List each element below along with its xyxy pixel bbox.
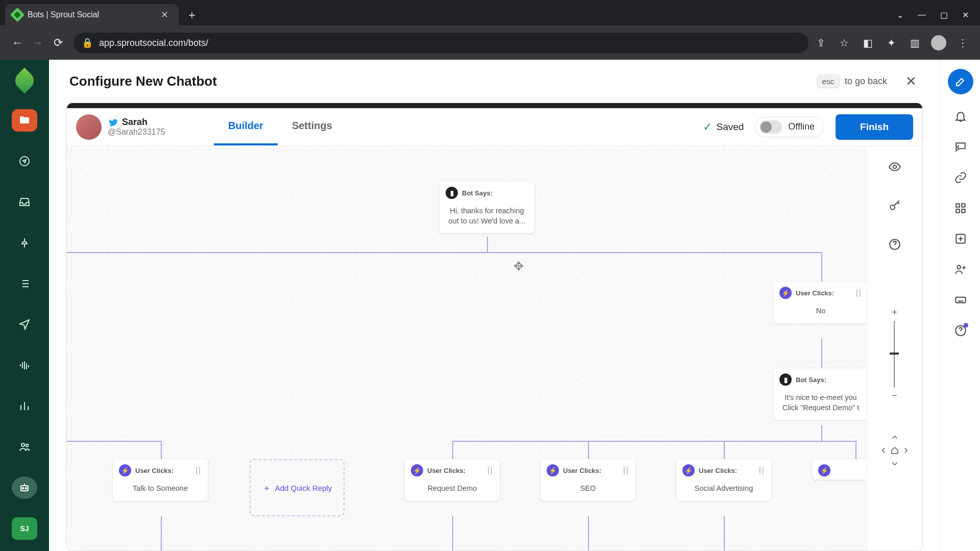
- sidebar-item-list[interactable]: [12, 272, 37, 295]
- sprout-logo[interactable]: [13, 71, 36, 91]
- right-reply[interactable]: [954, 140, 967, 156]
- zoom-thumb[interactable]: [890, 353, 899, 355]
- right-grid[interactable]: [954, 202, 967, 217]
- svg-point-2: [26, 444, 29, 447]
- finish-button[interactable]: Finish: [836, 114, 913, 140]
- puzzle-icon[interactable]: ✦: [884, 36, 898, 50]
- preview-button[interactable]: [888, 160, 901, 176]
- extension-icon[interactable]: ◧: [861, 36, 875, 50]
- toggle-switch[interactable]: [760, 120, 782, 134]
- sprout-favicon: [10, 8, 24, 22]
- node-user-demo[interactable]: ⚡ User Clicks: || Request Demo: [405, 459, 500, 501]
- bot-badge-icon: ▮: [779, 373, 792, 386]
- svg-rect-9: [956, 204, 960, 207]
- back-button[interactable]: ←: [7, 33, 28, 53]
- maximize-icon[interactable]: ▢: [940, 10, 948, 20]
- sidebar-item-chart[interactable]: [12, 395, 37, 417]
- zoom-out-icon[interactable]: −: [892, 390, 897, 401]
- star-icon[interactable]: ☆: [837, 36, 851, 50]
- sidebar-item-bot[interactable]: [12, 477, 37, 499]
- profile-photo: [76, 114, 102, 140]
- sidebar-item-send[interactable]: [12, 313, 37, 336]
- right-add[interactable]: [954, 232, 967, 247]
- people-plus-icon: [954, 263, 967, 276]
- sidebar-item-pin[interactable]: [12, 232, 37, 254]
- connector: [452, 441, 453, 459]
- right-add-people[interactable]: [954, 263, 967, 278]
- key-button[interactable]: [888, 199, 901, 214]
- sidebar-item-inbox[interactable]: [12, 191, 37, 213]
- profile-avatar-icon[interactable]: [931, 35, 946, 51]
- kebab-menu-icon[interactable]: ⋮: [955, 36, 970, 50]
- pan-down-icon[interactable]: [890, 459, 899, 470]
- right-keyboard[interactable]: [954, 293, 967, 309]
- sidebar-item-folder[interactable]: [12, 109, 37, 132]
- connector: [724, 516, 725, 550]
- node-user-talk[interactable]: ⚡ User Clicks: || Talk to Someone: [113, 459, 208, 501]
- connector: [487, 237, 488, 252]
- close-page-button[interactable]: ✕: [902, 70, 920, 92]
- connector: [588, 516, 589, 550]
- right-link[interactable]: [954, 171, 967, 186]
- sidebar-item-audio[interactable]: [12, 354, 37, 377]
- window-close-icon[interactable]: ✕: [962, 10, 969, 20]
- svg-rect-15: [955, 297, 966, 303]
- sidebar-item-people[interactable]: [12, 436, 37, 458]
- tab-close-icon[interactable]: ✕: [158, 8, 172, 21]
- right-bell[interactable]: [954, 110, 967, 125]
- compose-icon: [954, 76, 967, 88]
- caret-down-icon[interactable]: ⌄: [897, 10, 903, 20]
- zoom-track[interactable]: [894, 321, 895, 387]
- pan-up-icon[interactable]: [890, 433, 899, 444]
- zoom-slider[interactable]: + −: [892, 307, 897, 401]
- sidebar-item-compass[interactable]: [12, 150, 37, 172]
- svg-point-0: [20, 157, 29, 166]
- pan-right-icon[interactable]: [901, 446, 911, 457]
- connector: [588, 441, 589, 459]
- node-bot-followup[interactable]: ▮ Bot Says: It's nice to e-meet you Clic…: [773, 368, 868, 420]
- node-user-seo[interactable]: ⚡ User Clicks: || SEO: [541, 459, 635, 501]
- forward-button[interactable]: →: [28, 33, 48, 53]
- sidebar-item-user-badge[interactable]: SJ: [12, 517, 37, 540]
- node-user-no[interactable]: ⚡ User Clicks: || No: [773, 282, 868, 323]
- sidepanel-icon[interactable]: ▥: [908, 36, 922, 50]
- new-tab-button[interactable]: ＋: [183, 6, 201, 24]
- offline-toggle-chip[interactable]: Offline: [755, 117, 824, 137]
- grip-icon[interactable]: ||: [759, 466, 765, 475]
- node-bot-root[interactable]: ▮ Bot Says: Hi, thanks for reaching out …: [439, 182, 534, 233]
- send-icon: [18, 318, 31, 331]
- esc-key-badge: esc: [817, 74, 840, 88]
- profile-handle: @Sarah233175: [108, 128, 165, 137]
- node-add-quick-reply[interactable]: ＋ Add Quick Reply: [250, 459, 345, 516]
- plus-icon: ＋: [262, 482, 271, 494]
- pan-home-icon[interactable]: [890, 446, 899, 457]
- minimize-icon[interactable]: —: [918, 10, 926, 19]
- tab-settings[interactable]: Settings: [278, 108, 347, 145]
- bar-chart-icon: [18, 400, 31, 412]
- browser-tab[interactable]: Bots | Sprout Social ✕: [5, 4, 179, 26]
- grip-icon[interactable]: ||: [623, 466, 629, 475]
- node-body: Request Demo: [405, 480, 500, 501]
- tab-builder[interactable]: Builder: [214, 108, 278, 145]
- builder-canvas[interactable]: ▮ Bot Says: Hi, thanks for reaching out …: [67, 146, 922, 550]
- bot-badge-icon: ▮: [446, 187, 458, 199]
- card-top-strip: [67, 103, 922, 108]
- grip-icon[interactable]: ||: [856, 288, 862, 297]
- grip-icon[interactable]: ||: [195, 466, 202, 475]
- esc-text: to go back: [845, 76, 887, 87]
- zoom-in-icon[interactable]: +: [892, 307, 897, 318]
- node-user-social[interactable]: ⚡ User Clicks: || Social Advertising: [676, 459, 771, 501]
- reload-button[interactable]: ⟳: [48, 33, 68, 53]
- right-help[interactable]: [954, 324, 967, 339]
- node-body: Social Advertising: [676, 480, 771, 501]
- offline-label: Offline: [788, 121, 815, 132]
- share-icon[interactable]: ⇪: [814, 36, 828, 50]
- bot-icon: [18, 482, 31, 494]
- omnibox[interactable]: 🔒 app.sproutsocial.com/bots/: [74, 33, 808, 53]
- help-button[interactable]: [888, 238, 901, 253]
- compose-button[interactable]: [948, 69, 973, 94]
- canvas-tools: + −: [866, 146, 922, 550]
- pan-left-icon[interactable]: [879, 446, 888, 457]
- grip-icon[interactable]: ||: [487, 466, 494, 475]
- page-header: Configure New Chatbot esc to go back ✕: [49, 60, 940, 103]
